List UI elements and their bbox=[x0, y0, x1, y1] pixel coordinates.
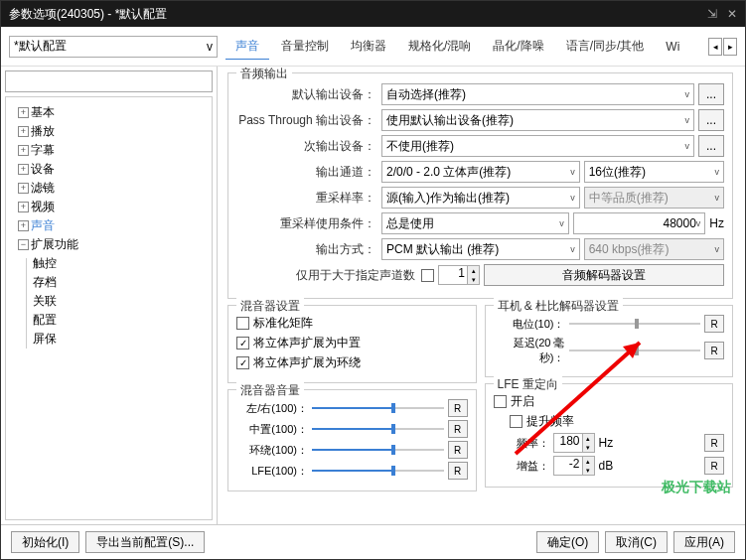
default-device-select[interactable]: 自动选择(推荐)v bbox=[381, 83, 694, 105]
bitrate-select[interactable]: 640 kbps(推荐)v bbox=[584, 238, 724, 260]
lfe-gain-input[interactable]: -2▴▾ bbox=[553, 456, 595, 476]
resample-cond-select[interactable]: 总是使用v bbox=[381, 212, 569, 234]
stereo-surround-check[interactable]: ✓将立体声扩展为环绕 bbox=[236, 354, 468, 371]
reset-surround[interactable]: R bbox=[448, 441, 468, 459]
passthrough-browse[interactable]: ... bbox=[698, 109, 724, 131]
tree-screensaver[interactable]: 屏保 bbox=[29, 330, 208, 349]
export-button[interactable]: 导出当前配置(S)... bbox=[85, 531, 205, 553]
tree-config[interactable]: 配置 bbox=[29, 311, 208, 330]
headphone-legend: 耳机 & 杜比解码器设置 bbox=[494, 298, 624, 315]
lfe-freq-input[interactable]: 180▴▾ bbox=[553, 433, 595, 453]
window-title: 参数选项(240305) - *默认配置 bbox=[9, 6, 167, 23]
only-greater-label: 仅用于大于指定声道数 bbox=[296, 267, 417, 284]
lfe-boost-check[interactable]: 提升频率 bbox=[510, 413, 725, 430]
slider-center[interactable] bbox=[312, 421, 444, 437]
default-device-label: 默认输出设备： bbox=[236, 86, 377, 103]
reset-freq[interactable]: R bbox=[704, 434, 724, 452]
reset-lr[interactable]: R bbox=[448, 399, 468, 417]
only-greater-checkbox[interactable] bbox=[421, 269, 434, 282]
slider-lr[interactable] bbox=[312, 400, 444, 416]
reset-delay[interactable]: R bbox=[704, 342, 724, 359]
secondary-browse[interactable]: ... bbox=[698, 135, 724, 157]
tree-device[interactable]: +设备 bbox=[10, 160, 208, 179]
reset-pot[interactable]: R bbox=[704, 315, 724, 333]
lfe-enable-check[interactable]: 开启 bbox=[494, 393, 725, 410]
reset-gain[interactable]: R bbox=[704, 457, 724, 475]
reset-center[interactable]: R bbox=[448, 420, 468, 438]
tab-sound[interactable]: 声音 bbox=[225, 34, 269, 60]
audio-output-legend: 音频输出 bbox=[236, 67, 292, 82]
tree-playback[interactable]: +播放 bbox=[10, 122, 208, 141]
tree-assoc[interactable]: 关联 bbox=[29, 292, 208, 311]
tree-touch[interactable]: 触控 bbox=[29, 254, 208, 273]
close-icon[interactable]: ✕ bbox=[727, 7, 737, 21]
resample-hz-select[interactable]: 48000v bbox=[573, 212, 706, 234]
hz-unit: Hz bbox=[709, 216, 724, 230]
slider-pot[interactable] bbox=[569, 316, 701, 332]
tree-basic[interactable]: +基本 bbox=[10, 103, 208, 122]
tab-lang[interactable]: 语言/同步/其他 bbox=[556, 34, 655, 60]
tree-filter[interactable]: +滤镜 bbox=[10, 179, 208, 198]
reset-lfe[interactable]: R bbox=[448, 462, 468, 480]
tab-eq[interactable]: 均衡器 bbox=[341, 34, 396, 60]
tree-subtitle[interactable]: +字幕 bbox=[10, 141, 208, 160]
pin-icon[interactable]: ⇲ bbox=[707, 7, 717, 21]
resample-cond-label: 重采样使用条件： bbox=[236, 215, 377, 232]
tab-scroll-right[interactable]: ▸ bbox=[723, 38, 737, 56]
passthrough-select[interactable]: 使用默认输出设备(推荐)v bbox=[381, 109, 694, 131]
tab-denoise[interactable]: 晶化/降噪 bbox=[483, 34, 553, 60]
cancel-button[interactable]: 取消(C) bbox=[605, 531, 668, 553]
init-button[interactable]: 初始化(I) bbox=[11, 531, 79, 553]
output-mode-select[interactable]: PCM 默认输出 (推荐)v bbox=[381, 238, 580, 260]
config-select[interactable]: *默认配置 v bbox=[9, 36, 218, 58]
tree-sound[interactable]: +声音 bbox=[10, 216, 208, 235]
mixer-legend: 混音器设置 bbox=[236, 298, 304, 315]
only-greater-num[interactable]: 1▴▾ bbox=[438, 265, 480, 285]
config-select-value: *默认配置 bbox=[14, 38, 67, 55]
tree-archive[interactable]: 存档 bbox=[29, 273, 208, 292]
passthrough-label: Pass Through 输出设备： bbox=[236, 112, 377, 129]
search-input[interactable] bbox=[5, 70, 213, 92]
resample-rate-label: 重采样率： bbox=[236, 190, 377, 207]
tab-bar: 声音 音量控制 均衡器 规格化/混响 晶化/降噪 语言/同步/其他 Wi bbox=[225, 33, 700, 60]
tab-wi[interactable]: Wi bbox=[656, 36, 689, 60]
resample-rate-select[interactable]: 源(输入)作为输出(推荐)v bbox=[381, 187, 580, 209]
secondary-label: 次输出设备： bbox=[236, 138, 377, 155]
slider-surround[interactable] bbox=[312, 442, 444, 458]
mixer-vol-legend: 混音器音量 bbox=[236, 382, 304, 399]
ok-button[interactable]: 确定(O) bbox=[536, 531, 599, 553]
resample-quality-select[interactable]: 中等品质(推荐)v bbox=[584, 187, 724, 209]
secondary-select[interactable]: 不使用(推荐)v bbox=[381, 135, 694, 157]
tab-normalize[interactable]: 规格化/混响 bbox=[398, 34, 481, 60]
tab-volume[interactable]: 音量控制 bbox=[271, 34, 339, 60]
chevron-down-icon: v bbox=[207, 40, 213, 54]
tab-scroll-left[interactable]: ◂ bbox=[708, 38, 722, 56]
bitdepth-select[interactable]: 16位(推荐)v bbox=[584, 161, 724, 183]
tree-ext[interactable]: −扩展功能 bbox=[10, 235, 208, 254]
stereo-center-check[interactable]: ✓将立体声扩展为中置 bbox=[236, 335, 468, 351]
lfe-legend: LFE 重定向 bbox=[494, 376, 562, 393]
channels-label: 输出通道： bbox=[236, 164, 377, 181]
default-device-browse[interactable]: ... bbox=[698, 83, 724, 105]
tree-video[interactable]: +视频 bbox=[10, 198, 208, 216]
apply-button[interactable]: 应用(A) bbox=[673, 531, 735, 553]
slider-lfe[interactable] bbox=[312, 463, 444, 479]
norm-matrix-check[interactable]: 标准化矩阵 bbox=[236, 315, 468, 332]
slider-delay[interactable] bbox=[569, 343, 701, 358]
nav-tree: +基本 +播放 +字幕 +设备 +滤镜 +视频 +声音 −扩展功能 触控 存档 … bbox=[5, 96, 213, 520]
decoder-settings-button[interactable]: 音频解码器设置 bbox=[484, 264, 724, 286]
output-mode-label: 输出方式： bbox=[236, 241, 377, 258]
channels-select[interactable]: 2/0/0 - 2.0 立体声(推荐)v bbox=[381, 161, 580, 183]
